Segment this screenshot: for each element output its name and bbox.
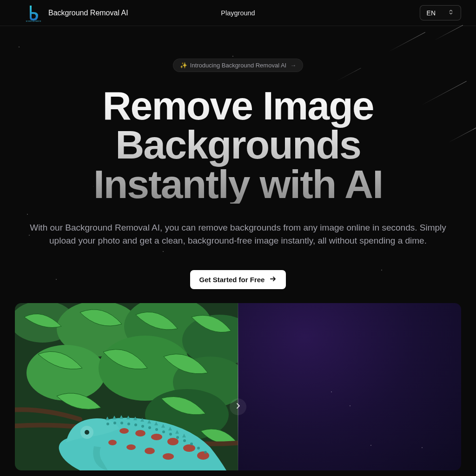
language-value: EN: [427, 9, 436, 17]
sparkle-icon: ✨: [180, 62, 187, 69]
svg-point-11: [85, 430, 89, 435]
svg-point-27: [141, 425, 144, 428]
svg-point-32: [176, 436, 179, 439]
svg-point-26: [134, 423, 137, 426]
svg-point-24: [120, 422, 123, 424]
svg-point-20: [145, 448, 155, 454]
svg-point-36: [204, 451, 207, 454]
compare-divider-line: [238, 303, 238, 470]
svg-point-34: [190, 443, 193, 445]
cta-label: Get Started for Free: [199, 276, 265, 284]
hero-title: Remove Image Backgrounds Instantly with …: [15, 86, 461, 204]
svg-point-31: [169, 433, 172, 436]
hero-title-line: Backgrounds: [115, 122, 361, 167]
logo-icon: BACKGROUND REMOVAL: [26, 6, 41, 20]
svg-point-33: [183, 439, 186, 442]
svg-point-35: [197, 447, 200, 450]
announcement-pill[interactable]: ✨ Introducing Background Removal AI →: [173, 59, 303, 72]
hero-title-line: Instantly with AI: [93, 162, 383, 206]
svg-point-6: [26, 345, 106, 401]
svg-point-23: [113, 422, 116, 424]
arrow-right-icon: →: [290, 62, 296, 69]
get-started-button[interactable]: Get Started for Free: [190, 270, 286, 289]
compare-slider[interactable]: [15, 303, 461, 470]
svg-point-16: [183, 444, 195, 452]
compare-handle[interactable]: [230, 398, 246, 415]
svg-point-30: [162, 430, 165, 433]
announcement-text: Introducing Background Removal AI: [190, 62, 286, 69]
language-selector[interactable]: EN: [420, 5, 461, 20]
svg-point-12: [119, 428, 129, 434]
arrow-right-icon: [269, 275, 277, 284]
svg-point-21: [163, 453, 174, 460]
brand-name: Background Removal AI: [48, 9, 128, 17]
svg-point-25: [127, 423, 130, 425]
compare-before: [15, 303, 238, 470]
svg-point-15: [167, 438, 178, 445]
nav-playground[interactable]: Playground: [221, 9, 255, 17]
hero-title-line: Remove Image: [102, 83, 373, 128]
svg-text:BACKGROUND REMOVAL: BACKGROUND REMOVAL: [26, 20, 41, 22]
svg-point-29: [155, 428, 158, 431]
svg-point-17: [197, 451, 209, 460]
header: BACKGROUND REMOVAL Background Removal AI…: [0, 0, 476, 26]
hero-subtitle: With our Background Removal AI, you can …: [20, 221, 456, 248]
compare-after: [238, 303, 461, 470]
brand[interactable]: BACKGROUND REMOVAL Background Removal AI: [26, 6, 128, 20]
hero-section: ✨ Introducing Background Removal AI → Re…: [0, 26, 476, 289]
chevron-right-icon: [234, 402, 242, 411]
svg-point-13: [135, 430, 145, 436]
svg-point-22: [106, 423, 109, 425]
chevron-updown-icon: [448, 9, 454, 17]
svg-point-19: [126, 444, 136, 450]
svg-point-18: [108, 440, 117, 445]
svg-point-28: [148, 426, 151, 429]
svg-point-14: [151, 434, 162, 440]
